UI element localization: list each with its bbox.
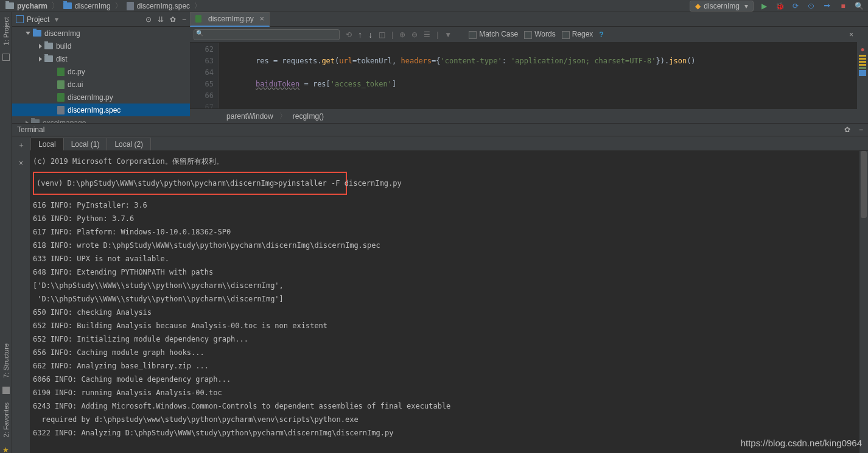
attach-button[interactable]: ⮕ [822, 1, 833, 12]
breadcrumb-item[interactable]: discernImg [61, 2, 113, 10]
settings-icon[interactable]: ✿ [170, 15, 176, 24]
next-match-button[interactable]: ↓ [368, 30, 373, 40]
breadcrumb-item[interactable]: discernImg.spec [125, 2, 192, 10]
expand-icon[interactable] [39, 44, 42, 49]
coverage-button[interactable]: ⟳ [790, 1, 801, 12]
search-everywhere-button[interactable]: 🔍 [853, 1, 864, 12]
tree-node[interactable]: excelmanage [12, 116, 190, 123]
prev-match-button[interactable]: ↑ [358, 30, 362, 40]
dropdown-icon: ▾ [744, 2, 748, 10]
help-icon[interactable]: ? [599, 30, 603, 39]
error-stripe[interactable]: ● [857, 43, 868, 108]
tree-node[interactable]: build [12, 40, 190, 52]
breadcrumb-item[interactable]: pycharm [4, 2, 49, 10]
run-config-label: discernImg [704, 2, 740, 10]
regex-checkbox[interactable]: Regex [562, 30, 593, 38]
project-tree[interactable]: discernImg build dist dc.py dc.ui discer… [12, 27, 190, 123]
tree-node[interactable]: dc.py [12, 65, 190, 78]
scroll-from-source-icon[interactable]: ⊙ [145, 15, 152, 24]
match-case-checkbox[interactable]: Match Case [469, 30, 518, 38]
expand-icon[interactable] [39, 57, 42, 61]
terminal-line: 648 INFO: Extending PYTHONPATH with path… [33, 265, 857, 279]
tool-tab-structure[interactable]: 7: Structure [2, 343, 10, 378]
stop-button[interactable]: ■ [838, 1, 849, 12]
folder-icon [63, 2, 72, 9]
tree-node[interactable]: dc.ui [12, 78, 190, 91]
select-all-icon[interactable]: ◫ [379, 30, 385, 39]
tool-tab-favorites[interactable]: 2: Favorites [2, 402, 10, 437]
select-occurrences-icon[interactable]: ☰ [424, 30, 430, 39]
highlighted-command: (venv) D:\phpStudy\WWW\study\python\pych… [33, 172, 347, 195]
code-area[interactable]: res = requests.get(url=tokenUrl, headers… [219, 43, 857, 108]
crumb-item[interactable]: parentWindow [226, 112, 273, 121]
hide-icon[interactable]: − [182, 15, 186, 24]
close-session-button[interactable]: × [19, 159, 23, 167]
checkbox-label: Match Case [479, 30, 518, 38]
watermark: https://blog.csdn.net/king0964 [741, 438, 862, 448]
terminal-line: 650 INFO: checking Analysis [33, 306, 857, 319]
tree-label: discernImg.spec [68, 106, 121, 114]
line-number: 62 [190, 44, 214, 55]
code-editor[interactable]: 62 63 64 65 66 67 res = requests.get(url… [190, 43, 857, 108]
terminal-output[interactable]: (c) 2019 Microsoft Corporation。保留所有权利。 (… [30, 151, 859, 453]
terminal-tab[interactable]: Local (2) [107, 138, 151, 150]
terminal-line: 652 INFO: Building Analysis because Anal… [33, 319, 857, 332]
file-icon [127, 2, 134, 10]
terminal-line: 656 INFO: Caching module graph hooks... [33, 346, 857, 359]
folder-icon [33, 30, 41, 37]
hide-icon[interactable]: − [859, 125, 863, 134]
run-config-select[interactable]: ◆discernImg▾ [690, 1, 754, 12]
close-tab-icon[interactable]: × [260, 15, 264, 23]
terminal-tab[interactable]: Local (1) [63, 138, 108, 150]
close-find-icon[interactable]: × [849, 30, 853, 39]
tool-icon[interactable] [2, 387, 10, 394]
tree-node[interactable]: discernImg.py [12, 91, 190, 104]
search-input[interactable] [194, 29, 340, 40]
terminal-title: Terminal [17, 125, 44, 134]
project-tool-header: Project▾ ⊙ ⇊ ✿ − [12, 12, 190, 27]
breadcrumb-label: discernImg [75, 2, 111, 10]
scrollbar-thumb[interactable] [861, 151, 867, 218]
debug-button[interactable]: 🐞 [774, 1, 785, 12]
crumb-item[interactable]: recgImg() [293, 112, 324, 121]
settings-icon[interactable]: ✿ [844, 125, 850, 134]
code-breadcrumb: parentWindow〉recgImg() [190, 108, 857, 123]
terminal-line: ['D:\\phpStudy\\WWW\\study\\python\\pych… [33, 279, 857, 292]
run-toolbar: ◆discernImg▾ ▶ 🐞 ⟳ ⏲ ⮕ ■ 🔍 [690, 1, 864, 12]
collapse-all-icon[interactable]: ⇊ [158, 15, 164, 24]
new-session-button[interactable]: ＋ [18, 140, 25, 150]
spec-file-icon [57, 106, 65, 114]
terminal-tab[interactable]: Local [30, 138, 64, 150]
remove-selection-icon[interactable]: ⊖ [411, 30, 418, 39]
project-label: Project [27, 15, 49, 24]
tool-tab-project[interactable]: 1: Project [2, 17, 10, 45]
dropdown-icon[interactable]: ▾ [55, 15, 58, 24]
tree-node[interactable]: discernImg [12, 27, 190, 40]
error-icon[interactable]: ● [857, 45, 868, 54]
folder-icon [44, 55, 53, 62]
star-icon[interactable]: ★ [2, 446, 10, 453]
editor-tab[interactable]: discernImg.py× [190, 12, 270, 27]
tab-label: discernImg.py [208, 15, 254, 23]
expand-icon[interactable] [26, 32, 30, 35]
terminal-header: Terminal ✿− [12, 123, 868, 136]
tool-icon[interactable] [2, 54, 10, 61]
terminal-tabs: Local Local (1) Local (2) [30, 136, 868, 151]
tree-label: discernImg [44, 29, 80, 38]
breadcrumb-label: pycharm [17, 2, 47, 10]
terminal-line: 'D:\\phpStudy\\WWW\\study\\python\\pycha… [33, 292, 857, 306]
words-checkbox[interactable]: Words [524, 30, 555, 38]
add-selection-icon[interactable]: ⊕ [399, 30, 405, 39]
profile-button[interactable]: ⏲ [806, 1, 817, 12]
editor-tabs: discernImg.py× [190, 12, 868, 27]
tree-node[interactable]: dist [12, 52, 190, 65]
tree-label: dc.ui [68, 80, 83, 89]
terminal-scrollbar[interactable] [859, 151, 868, 453]
filter-icon[interactable]: ▼ [444, 30, 452, 39]
tree-label: dc.py [68, 68, 85, 76]
terminal-line: 662 INFO: Analyzing base_library.zip ... [33, 359, 857, 373]
run-button[interactable]: ▶ [758, 1, 769, 12]
checkbox-label: Words [534, 30, 555, 38]
tree-node-selected[interactable]: discernImg.spec [12, 104, 190, 116]
project-icon [16, 15, 24, 23]
